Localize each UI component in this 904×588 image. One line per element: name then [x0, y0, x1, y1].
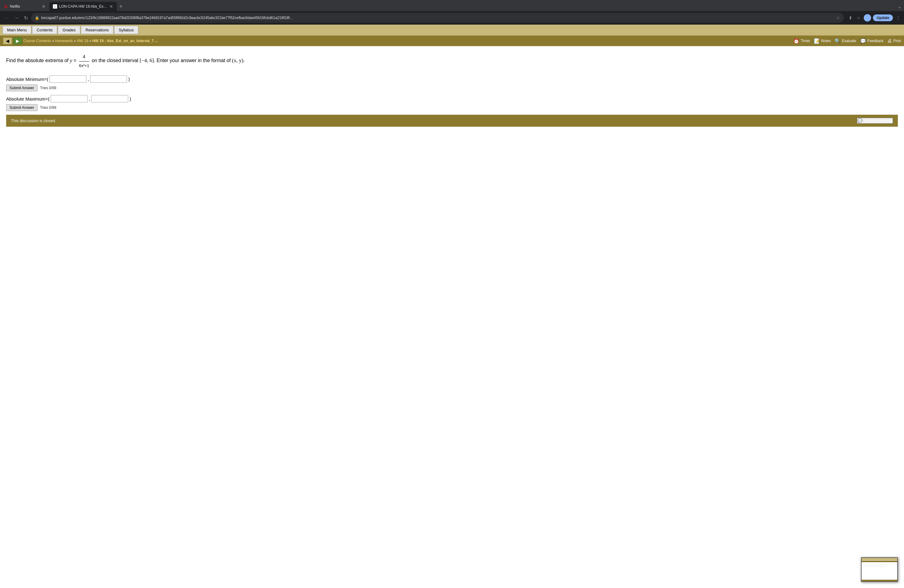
problem-instruction: Find the absolute extrema of [6, 58, 69, 63]
tab-menu-button[interactable]: ⌄ [898, 4, 902, 9]
abs-min-tries: Tries 0/99 [40, 86, 56, 90]
breadcrumb-homework[interactable]: Homework [55, 39, 73, 43]
math-fraction: 4 6x²+1 [79, 52, 89, 69]
extensions-button[interactable]: ⬆ [847, 15, 853, 21]
fraction-numerator: 4 [79, 52, 89, 62]
discussion-closed-text: This discussion is closed. [11, 119, 56, 123]
content-area: Find the absolute extrema of y = 4 6x²+1… [0, 46, 904, 133]
evaluate-icon: 🔍 [834, 38, 841, 44]
feedback-button[interactable]: 💬 Feedback [860, 38, 884, 44]
feedback-label: Feedback [868, 39, 884, 43]
fraction-denominator: 6x²+1 [79, 62, 89, 69]
lms-nav: Main Menu Contents Grades Reservations S… [0, 25, 904, 36]
tab-bar: N Netflix ✕ L LON-CAPA HW 19:Abs_Ext_o..… [0, 0, 904, 11]
print-icon: 🖨 [887, 38, 892, 44]
timer-icon: ⏰ [793, 38, 800, 44]
abs-min-submit-row: Submit Answer Tries 0/99 [6, 85, 898, 91]
tab-netflix-close-icon[interactable]: ✕ [42, 4, 46, 9]
breadcrumb-course-contents[interactable]: Course Contents [24, 39, 51, 43]
format-text: Enter your answer in the format of [156, 58, 231, 63]
abs-min-row: Absolute Minimum=( , ) [6, 75, 898, 83]
nav-tab-contents[interactable]: Contents [32, 26, 57, 34]
nav-tab-main-menu[interactable]: Main Menu [2, 26, 32, 34]
abs-min-label: Absolute Minimum=( [6, 77, 48, 82]
abs-max-close-paren: ) [130, 96, 131, 101]
tab-loncapa-close-icon[interactable]: ✕ [109, 4, 113, 9]
reload-button[interactable]: ↻ [22, 14, 30, 22]
lock-icon: 🔒 [35, 16, 40, 20]
address-bar: 🔒 ☆ [31, 13, 844, 23]
abs-max-section: Absolute Maximum=( , ) Submit Answer Tri… [6, 95, 898, 111]
abs-max-tries: Tries 0/99 [40, 106, 56, 110]
breadcrumb-forward-button[interactable]: ▶ [13, 38, 22, 44]
tab-loncapa-title: LON-CAPA HW 19:Abs_Ext_o... [59, 4, 107, 9]
notes-icon: 📝 [814, 38, 820, 44]
update-button[interactable]: Update [873, 14, 893, 21]
timer-label: Timer [801, 39, 810, 43]
interval: [−4, 6]. [140, 57, 155, 63]
tab-netflix[interactable]: N Netflix ✕ [0, 2, 49, 11]
address-actions: ⬆ ☆ Update ⋮ [847, 14, 902, 22]
abs-max-y-input[interactable] [91, 95, 128, 103]
format-example: (x, y). [232, 57, 245, 63]
abs-max-comma: , [89, 96, 90, 101]
breadcrumb-tools: ⏰ Timer 📝 Notes 🔍 Evaluate 💬 Feedback 🖨 … [793, 38, 901, 44]
tab-loncapa[interactable]: L LON-CAPA HW 19:Abs_Ext_o... ✕ [49, 2, 117, 11]
back-button[interactable]: ← [2, 14, 11, 22]
evaluate-button[interactable]: 🔍 Evaluate [834, 38, 857, 44]
tab-netflix-title: Netflix [10, 4, 40, 9]
abs-min-section: Absolute Minimum=( , ) Submit Answer Tri… [6, 75, 898, 91]
abs-max-submit-button[interactable]: Submit Answer [6, 104, 38, 111]
new-tab-button[interactable]: + [117, 3, 125, 10]
abs-max-label: Absolute Maximum=( [6, 96, 49, 101]
breadcrumb-path: Course Contents » Homework » HW 19 » HW … [24, 39, 158, 43]
breadcrumb-nav: ◀ ▶ Course Contents » Homework » HW 19 »… [3, 38, 793, 44]
breadcrumb-current: HW 19 : Abs_Ext_on_an_Interval_7 ... [92, 39, 158, 43]
notes-button[interactable]: 📝 Notes [814, 38, 831, 44]
send-feedback-icon: 💬 [858, 119, 863, 123]
discussion-bar: This discussion is closed. 💬 Send Feedba… [6, 115, 898, 127]
profile-button[interactable] [864, 14, 871, 22]
abs-min-close-paren: ) [128, 77, 130, 82]
abs-min-comma: , [88, 77, 89, 82]
loncapa-favicon-icon: L [53, 4, 57, 9]
evaluate-label: Evaluate [842, 39, 857, 43]
forward-button[interactable]: → [12, 14, 21, 22]
abs-max-submit-row: Submit Answer Tries 0/99 [6, 104, 898, 111]
feedback-icon: 💬 [860, 38, 866, 44]
abs-min-submit-button[interactable]: Submit Answer [6, 85, 38, 91]
send-feedback-button[interactable]: 💬 Send Feedback [857, 118, 893, 123]
on-text: on the closed interval [92, 58, 138, 63]
problem-statement: Find the absolute extrema of y = 4 6x²+1… [6, 52, 898, 69]
timer-button[interactable]: ⏰ Timer [793, 38, 810, 44]
nav-tab-syllabus[interactable]: Syllabus [114, 26, 138, 34]
breadcrumb-hw19[interactable]: HW 19 [77, 39, 88, 43]
netflix-favicon-icon: N [4, 4, 8, 9]
nav-tab-reservations[interactable]: Reservations [81, 26, 114, 34]
tab-end-controls: ⌄ [125, 4, 904, 9]
abs-min-x-input[interactable] [49, 75, 86, 83]
breadcrumb-back-button[interactable]: ◀ [3, 38, 12, 44]
star-icon[interactable]: ☆ [836, 15, 840, 20]
print-label: Print [893, 39, 901, 43]
send-feedback-label: Send Feedback [864, 119, 892, 123]
breadcrumb-bar: ◀ ▶ Course Contents » Homework » HW 19 »… [0, 36, 904, 46]
bookmark-button[interactable]: ☆ [855, 15, 862, 21]
menu-button[interactable]: ⋮ [895, 15, 902, 21]
notes-label: Notes [821, 39, 831, 43]
nav-tab-grades[interactable]: Grades [58, 26, 80, 34]
abs-max-row: Absolute Maximum=( , ) [6, 95, 898, 103]
breadcrumb: Course Contents » Homework » HW 19 » HW … [24, 39, 158, 43]
nav-bar: ← → ↻ 🔒 ☆ ⬆ ☆ Update ⋮ [0, 11, 904, 25]
print-button[interactable]: 🖨 Print [887, 38, 901, 44]
abs-max-x-input[interactable] [51, 95, 88, 103]
browser-frame: N Netflix ✕ L LON-CAPA HW 19:Abs_Ext_o..… [0, 0, 904, 25]
url-input[interactable] [41, 16, 834, 20]
abs-min-y-input[interactable] [90, 75, 127, 83]
problem-variable: y [70, 57, 72, 63]
